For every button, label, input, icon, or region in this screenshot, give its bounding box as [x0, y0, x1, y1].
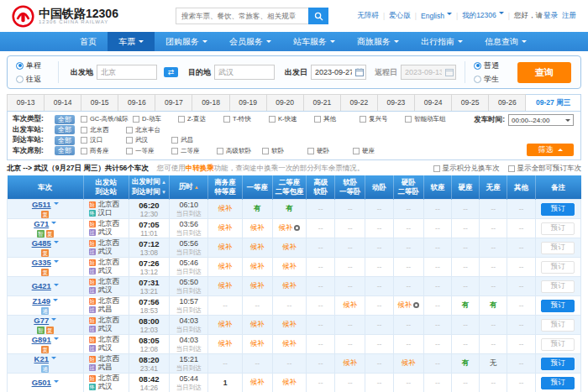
from-input[interactable]	[97, 65, 157, 80]
book-button[interactable]: 预订	[541, 261, 575, 274]
nav-item-5[interactable]: 商旅服务	[346, 32, 410, 51]
book-button[interactable]: 预订	[541, 358, 575, 370]
points-exchange-option[interactable]: 显示积分兑换车次	[433, 164, 500, 174]
book-button[interactable]: 预订	[541, 222, 575, 235]
register-link[interactable]: 注册	[562, 11, 576, 21]
date-tab-09-23[interactable]: 09-23	[378, 94, 415, 112]
train-number-link[interactable]: G501	[32, 378, 51, 387]
date-tab-09-21[interactable]: 09-21	[304, 94, 341, 112]
checkbox[interactable]	[217, 148, 223, 154]
filter-option-武汉[interactable]: 武汉	[126, 136, 171, 144]
filter-option-K-快速[interactable]: K-快速	[269, 115, 314, 123]
filter-option-D-动车[interactable]: D-动车	[133, 115, 178, 123]
filter-option-硬座[interactable]: 硬座	[353, 147, 398, 155]
top-link-3[interactable]: 我的12306	[462, 11, 504, 21]
filter-option-商务座[interactable]: 商务座	[81, 147, 126, 155]
swap-stations-icon[interactable]: ⇄	[164, 67, 178, 77]
date-tab-09-13[interactable]: 09-13	[7, 94, 45, 112]
expand-train-icon[interactable]	[51, 357, 56, 362]
expand-train-icon[interactable]	[54, 241, 59, 246]
depart-time-select[interactable]: 00:00--24:00	[508, 114, 574, 126]
checkbox[interactable]	[360, 116, 366, 123]
date-tab-09-25[interactable]: 09-25	[452, 94, 489, 112]
search-input[interactable]	[176, 8, 308, 24]
search-button[interactable]	[308, 8, 328, 24]
normal-ticket-option[interactable]: 普通	[474, 60, 499, 71]
train-number-link[interactable]: G485	[32, 238, 51, 248]
book-button[interactable]: 预订	[541, 300, 575, 312]
normal-ticket-radio[interactable]	[474, 62, 481, 70]
train-number-link[interactable]: Z149	[32, 296, 50, 306]
nav-item-3[interactable]: 会员服务	[218, 32, 282, 51]
one-way-radio[interactable]	[16, 62, 24, 70]
train-number-link[interactable]: K21	[34, 354, 49, 363]
filter-option-其他[interactable]: 其他	[314, 115, 360, 123]
filter-option-武昌[interactable]: 武昌	[171, 136, 217, 144]
top-link-0[interactable]: 无障碍	[358, 11, 380, 21]
filter-option-智能动车组[interactable]: 智能动车组	[405, 115, 450, 123]
book-button[interactable]: 预订	[541, 338, 575, 351]
nav-item-0[interactable]: 首页	[69, 32, 108, 51]
filter-all-button[interactable]: 全部	[55, 125, 75, 134]
filter-option-硬卧[interactable]: 硬卧	[307, 147, 353, 155]
filter-option-复兴号[interactable]: 复兴号	[360, 115, 405, 123]
train-number-link[interactable]: G511	[32, 200, 51, 209]
return-date-input[interactable]	[401, 65, 456, 80]
filter-option-GC-高铁/城际[interactable]: GC-高铁/城际	[81, 115, 133, 123]
expand-train-icon[interactable]	[51, 222, 56, 227]
filter-option-软卧[interactable]: 软卧	[262, 147, 307, 155]
top-link-1[interactable]: 爱心版	[389, 11, 411, 21]
checkbox[interactable]	[81, 137, 87, 144]
checkbox[interactable]	[126, 137, 133, 144]
depart-date-input[interactable]	[311, 65, 366, 80]
nav-item-1[interactable]: 车票	[108, 32, 155, 51]
date-tab-09-26[interactable]: 09-26	[489, 94, 526, 112]
book-button[interactable]: 预订	[541, 319, 575, 332]
transfer-link[interactable]: 中转换乘	[186, 164, 214, 172]
checkbox[interactable]	[307, 148, 314, 154]
column-header-历时[interactable]: 历时▲	[170, 175, 208, 200]
nav-item-4[interactable]: 站车服务	[282, 32, 346, 51]
round-trip-option[interactable]: 往返	[16, 74, 41, 85]
checkbox[interactable]	[126, 127, 133, 133]
filter-option-北京丰台[interactable]: 北京丰台	[126, 126, 171, 134]
filter-all-button[interactable]: 全部	[55, 115, 75, 124]
train-number-link[interactable]: G335	[32, 258, 51, 267]
query-button[interactable]: 查询	[517, 62, 571, 83]
checkbox[interactable]	[171, 137, 178, 144]
column-header-出发时间[interactable]: 出发时间▲到达时间▼	[129, 175, 169, 200]
expand-train-icon[interactable]	[53, 299, 58, 304]
top-link-2[interactable]: English	[421, 12, 452, 20]
to-input[interactable]	[214, 65, 275, 80]
filter-option-T-特快[interactable]: T-特快	[223, 115, 269, 123]
filter-all-button[interactable]: 全部	[55, 146, 75, 155]
expand-train-icon[interactable]	[54, 337, 59, 342]
checkbox[interactable]	[405, 116, 412, 123]
filter-option-高级软卧[interactable]: 高级软卧	[217, 147, 262, 155]
date-tab-09-24[interactable]: 09-24	[415, 94, 452, 112]
train-number-link[interactable]: G891	[32, 335, 51, 344]
points-exchange-checkbox[interactable]	[433, 165, 440, 172]
date-tab-09-19[interactable]: 09-19	[230, 94, 267, 112]
checkbox[interactable]	[178, 116, 185, 123]
sort-asc-icon[interactable]: ▲	[194, 185, 199, 190]
filter-option-汉口[interactable]: 汉口	[81, 136, 126, 144]
nav-item-6[interactable]: 出行指南	[410, 32, 474, 51]
date-tab-09-16[interactable]: 09-16	[118, 94, 155, 112]
train-number-link[interactable]: G421	[32, 281, 51, 290]
show-all-bookable-checkbox[interactable]	[508, 165, 515, 172]
date-tab-09-20[interactable]: 09-20	[267, 94, 304, 112]
nav-item-7[interactable]: 信息查询	[474, 32, 538, 51]
login-link[interactable]: 登录	[543, 11, 558, 21]
date-tab-09-15[interactable]: 09-15	[81, 94, 118, 112]
train-number-link[interactable]: G71	[34, 219, 49, 228]
date-tab-09-18[interactable]: 09-18	[192, 94, 229, 112]
book-button[interactable]: 预订	[541, 242, 575, 254]
expand-train-icon[interactable]	[54, 284, 59, 289]
round-trip-radio[interactable]	[16, 76, 24, 83]
book-button[interactable]: 预订	[541, 280, 575, 293]
logo[interactable]: 中国铁路12306 12306 CHINA RAILWAY	[12, 5, 150, 28]
expand-train-icon[interactable]	[54, 202, 59, 207]
expand-train-icon[interactable]	[51, 318, 56, 323]
expand-train-icon[interactable]	[54, 380, 59, 385]
